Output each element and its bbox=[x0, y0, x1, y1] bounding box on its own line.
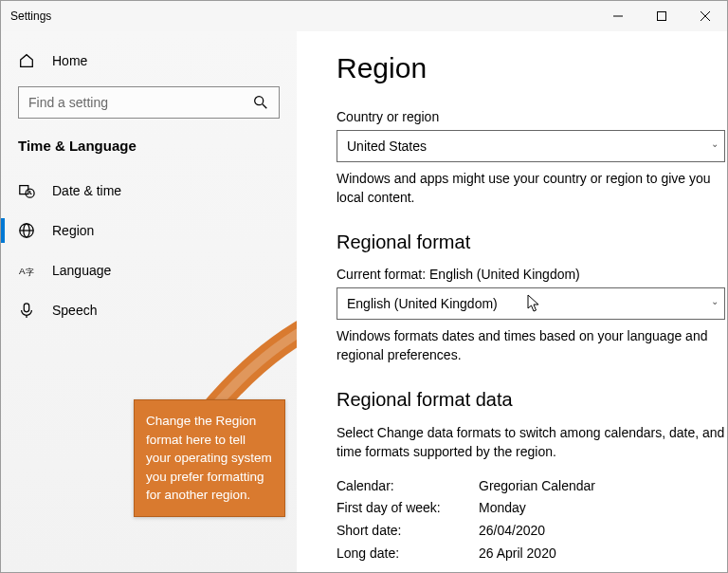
data-row-firstday: First day of week: Monday bbox=[337, 497, 727, 520]
maximize-button[interactable] bbox=[640, 1, 683, 31]
chevron-down-icon: ⌄ bbox=[711, 139, 719, 149]
language-icon: A字 bbox=[18, 262, 35, 279]
row-value: 26/04/2020 bbox=[479, 520, 545, 543]
data-row-longdate: Long date: 26 April 2020 bbox=[337, 543, 727, 565]
minimize-button[interactable] bbox=[596, 1, 640, 31]
row-value: 26 April 2020 bbox=[479, 543, 556, 565]
home-label: Home bbox=[52, 53, 87, 68]
sidebar: Home Find a setting Time & Language Date… bbox=[1, 31, 297, 573]
section-title: Time & Language bbox=[1, 132, 297, 171]
data-row-calendar: Calendar: Gregorian Calendar bbox=[337, 475, 727, 498]
page-title: Region bbox=[337, 52, 727, 84]
close-button[interactable] bbox=[683, 1, 727, 31]
svg-text:A: A bbox=[19, 266, 26, 276]
annotation-callout: Change the Region format here to tell yo… bbox=[134, 399, 285, 517]
svg-text:字: 字 bbox=[26, 268, 34, 277]
row-value: Monday bbox=[479, 497, 526, 520]
row-key: Short date: bbox=[337, 520, 479, 543]
home-icon bbox=[18, 52, 35, 69]
svg-line-9 bbox=[30, 194, 32, 194]
nav-date-time[interactable]: Date & time bbox=[1, 171, 297, 211]
nav-label: Date & time bbox=[52, 183, 121, 198]
row-value: Gregorian Calendar bbox=[479, 475, 595, 498]
data-row-shortdate: Short date: 26/04/2020 bbox=[337, 520, 727, 543]
clock-calendar-icon bbox=[18, 182, 35, 199]
nav-speech[interactable]: Speech bbox=[1, 290, 297, 330]
window-title: Settings bbox=[10, 9, 51, 23]
svg-rect-1 bbox=[658, 12, 666, 21]
row-key: First day of week: bbox=[337, 497, 479, 520]
search-input[interactable]: Find a setting bbox=[18, 86, 280, 119]
format-hint: Windows formats dates and times based on… bbox=[337, 327, 725, 364]
current-format-label: Current format: English (United Kingdom) bbox=[337, 267, 727, 282]
titlebar: Settings bbox=[1, 1, 727, 31]
data-hint: Select Change data formats to switch amo… bbox=[337, 424, 725, 461]
nav-label: Speech bbox=[52, 303, 97, 318]
country-hint: Windows and apps might use your country … bbox=[337, 170, 725, 207]
format-value: English (United Kingdom) bbox=[347, 296, 498, 311]
format-dropdown[interactable]: English (United Kingdom) ⌄ bbox=[337, 287, 725, 320]
nav-language[interactable]: A字 Language bbox=[1, 250, 297, 290]
row-key: Long date: bbox=[337, 543, 479, 565]
cursor-icon bbox=[527, 294, 542, 313]
data-heading: Regional format data bbox=[337, 389, 727, 411]
country-label: Country or region bbox=[337, 109, 727, 124]
window-controls bbox=[596, 1, 727, 31]
country-dropdown[interactable]: United States ⌄ bbox=[337, 130, 725, 162]
format-heading: Regional format bbox=[337, 231, 727, 253]
svg-point-4 bbox=[255, 97, 264, 105]
microphone-icon bbox=[18, 302, 35, 319]
globe-icon bbox=[18, 222, 35, 239]
search-placeholder: Find a setting bbox=[28, 95, 252, 110]
main-content: Region Country or region United States ⌄… bbox=[297, 31, 727, 573]
svg-rect-15 bbox=[24, 304, 28, 312]
svg-line-5 bbox=[263, 104, 267, 109]
country-value: United States bbox=[347, 139, 427, 154]
chevron-down-icon: ⌄ bbox=[711, 296, 719, 306]
callout-text: Change the Region format here to tell yo… bbox=[146, 414, 272, 502]
nav-label: Region bbox=[52, 223, 94, 238]
nav-label: Language bbox=[52, 263, 111, 278]
nav-region[interactable]: Region bbox=[1, 211, 297, 250]
row-key: Calendar: bbox=[337, 475, 479, 498]
search-icon bbox=[252, 94, 269, 111]
home-nav[interactable]: Home bbox=[1, 43, 297, 79]
